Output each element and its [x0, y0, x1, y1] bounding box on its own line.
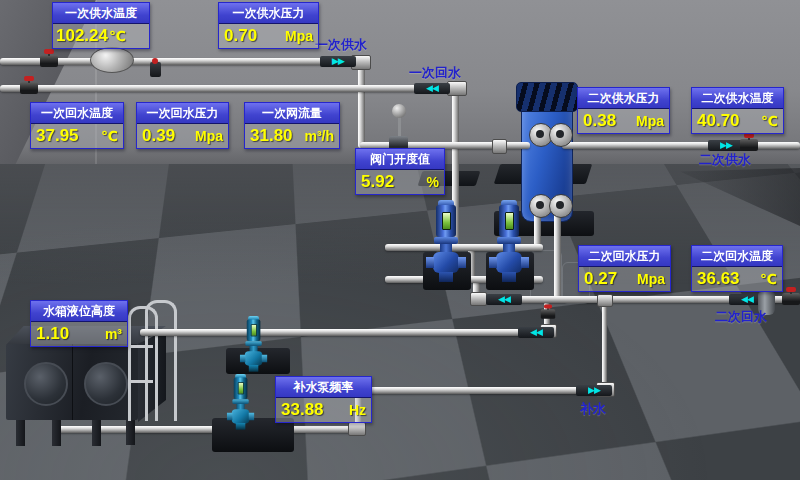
- pump-status-indicator: [251, 324, 257, 336]
- tank-bottom-pipe: [55, 426, 365, 433]
- gauge-label: 阀门开度值: [356, 149, 444, 170]
- gauge-primary-supply-temperature: 一次供水温度 102.24℃: [52, 2, 150, 49]
- gauge-label: 一次供水温度: [53, 3, 149, 24]
- gauge-unit: Hz: [349, 402, 366, 418]
- gauge-label: 水箱液位高度: [31, 301, 127, 322]
- gauge-label: 二次供水温度: [692, 88, 783, 109]
- gauge-primary-return-pressure: 一次回水压力 0.39Mpa: [136, 102, 229, 149]
- gauge-label: 二次供水压力: [578, 88, 669, 109]
- hand-valve[interactable]: [20, 82, 38, 94]
- hx-port: [549, 123, 573, 147]
- circulation-pump-2[interactable]: [492, 200, 526, 284]
- pipe-label-secondary-supply: 二次供水: [699, 151, 751, 169]
- gauge-unit: m³: [105, 326, 122, 342]
- tank-suction-pipe: [140, 329, 553, 336]
- tank-leg: [52, 420, 61, 446]
- hmi-heating-station-screen: ▶▶ ◀◀ ▶▶ ◀◀ ◀◀ ◀◀ ▶▶: [0, 0, 800, 480]
- gauge-unit: ℃: [760, 271, 777, 287]
- gauge-label: 一次供水压力: [219, 3, 318, 24]
- gauge-value: 0.70: [224, 26, 257, 46]
- gauge-value: 5.92: [361, 172, 394, 192]
- gauge-label: 一次回水温度: [31, 103, 123, 124]
- gauge-value: 33.88: [281, 400, 324, 420]
- pump-foot: [502, 272, 516, 282]
- pipe-label-primary-return: 一次回水: [409, 64, 461, 82]
- hand-valve[interactable]: [782, 293, 800, 305]
- strainer: [90, 47, 134, 73]
- pump-volute: [496, 252, 522, 273]
- gauge-tank-level: 水箱液位高度 1.10m³: [30, 300, 128, 347]
- pump-foot: [249, 365, 259, 372]
- pump-base: [212, 418, 294, 452]
- tank-hatch: [84, 362, 128, 406]
- pump-status-indicator: [442, 212, 451, 230]
- pump-collar: [497, 237, 521, 244]
- pipe-label-primary-supply: 一次供水: [315, 36, 367, 54]
- pipe-coupler: [492, 139, 507, 154]
- gauge-label: 一次网流量: [245, 103, 339, 124]
- pipe-elbow: [348, 422, 366, 436]
- hand-valve[interactable]: [740, 139, 758, 151]
- gauge-value: 40.70: [697, 111, 740, 131]
- control-valve-actuator[interactable]: [392, 104, 406, 118]
- gauge-unit: Mpa: [637, 271, 665, 287]
- tank-leg: [92, 420, 101, 446]
- gauge-value: 37.95: [36, 126, 79, 146]
- gauge-unit: ℃: [761, 113, 778, 129]
- pump-collar: [434, 237, 458, 244]
- flow-indicator-primary-return: ◀◀: [414, 83, 450, 94]
- pipe-label-makeup-water: 补水: [580, 400, 606, 418]
- tank-leg: [16, 418, 25, 446]
- ladder-rung: [131, 380, 153, 383]
- pipe-label-secondary-return: 二次回水: [715, 308, 767, 326]
- secondary-supply-pipe: [562, 142, 800, 149]
- makeup-pump-1[interactable]: [242, 316, 265, 373]
- hx-bottom-right-pipe: [554, 210, 561, 300]
- flow-indicator-secondary-return: ◀◀: [486, 294, 522, 305]
- gauge-primary-supply-pressure: 一次供水压力 0.70Mpa: [218, 2, 319, 49]
- pump-foot: [439, 272, 453, 282]
- gauge-label: 二次回水压力: [579, 246, 670, 267]
- makeup-water-pipe: [357, 387, 612, 394]
- pump-volute: [433, 252, 459, 273]
- hand-valve[interactable]: [541, 309, 555, 319]
- gauge-value: 102.24: [56, 26, 108, 46]
- gauge-primary-return-temperature: 一次回水温度 37.95℃: [30, 102, 124, 149]
- gauge-unit: ℃: [101, 128, 118, 144]
- circulation-pump-1[interactable]: [429, 200, 463, 284]
- gauge-secondary-return-pressure: 二次回水压力 0.27Mpa: [578, 245, 671, 292]
- flow-indicator-secondary-supply: ▶▶: [708, 140, 744, 151]
- gauge-unit: Mpa: [285, 28, 313, 44]
- tank-hatch: [24, 362, 68, 406]
- tank-ladder: [145, 300, 177, 421]
- pressure-sensor: [150, 62, 161, 77]
- gauge-unit: Mpa: [636, 113, 664, 129]
- hand-valve[interactable]: [40, 55, 58, 67]
- gauge-secondary-supply-pressure: 二次供水压力 0.38Mpa: [577, 87, 670, 134]
- flow-indicator-primary-supply: ▶▶: [320, 56, 356, 67]
- gauge-secondary-return-temperature: 二次回水温度 36.63℃: [691, 245, 783, 292]
- gauge-value: 0.38: [583, 111, 616, 131]
- makeup-pump-2[interactable]: [229, 374, 252, 431]
- gauge-label: 二次回水温度: [692, 246, 782, 267]
- gauge-label: 一次回水压力: [137, 103, 228, 124]
- pump-volute: [245, 351, 263, 365]
- hx-port: [549, 194, 573, 218]
- pipe-tee: [597, 294, 613, 307]
- primary-supply-riser: [358, 62, 365, 148]
- gauge-valve-opening: 阀门开度值 5.92%: [355, 148, 445, 195]
- primary-return-pipe: [0, 85, 462, 92]
- gauge-unit: Mpa: [195, 128, 223, 144]
- pipe-elbow: [470, 292, 487, 306]
- gauge-unit: ℃: [109, 28, 126, 44]
- gauge-value: 0.27: [584, 269, 617, 289]
- gauge-value: 36.63: [697, 269, 740, 289]
- gauge-secondary-supply-temperature: 二次供水温度 40.70℃: [691, 87, 784, 134]
- gauge-unit: m³/h: [304, 128, 334, 144]
- flow-indicator-makeup: ▶▶: [576, 385, 612, 396]
- gauge-value: 31.80: [250, 126, 293, 146]
- gauge-unit: %: [427, 174, 439, 190]
- gauge-primary-network-flow: 一次网流量 31.80m³/h: [244, 102, 340, 149]
- gauge-makeup-pump-frequency: 补水泵频率 33.88Hz: [275, 376, 372, 423]
- heat-exchanger-frame: [516, 82, 578, 112]
